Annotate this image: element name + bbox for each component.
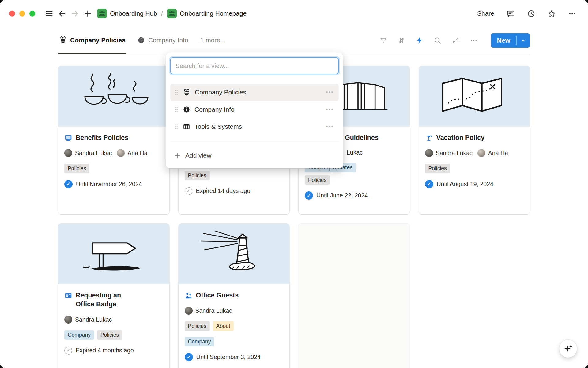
drag-handle-icon[interactable] bbox=[174, 123, 179, 130]
person-name: Sandra Lukac bbox=[75, 316, 112, 323]
card-status: ✓ Until August 19, 2024 bbox=[425, 180, 493, 188]
card-title: Guidelines bbox=[345, 133, 379, 142]
expired-icon: ✓ bbox=[185, 187, 193, 195]
forward-icon[interactable] bbox=[68, 7, 81, 20]
card-benefits-policies[interactable]: Benefits Policies Sandra Lukac Ana Ha Po… bbox=[58, 66, 169, 214]
ai-assistant-button[interactable] bbox=[559, 340, 577, 358]
breadcrumb-root[interactable]: Onboarding Hub bbox=[97, 9, 157, 18]
view-item-menu-icon[interactable]: ••• bbox=[325, 106, 335, 113]
verified-badge-icon: ✓ bbox=[425, 180, 433, 188]
sort-icon[interactable] bbox=[398, 36, 405, 44]
breadcrumb-root-label: Onboarding Hub bbox=[110, 10, 157, 17]
new-button[interactable]: New bbox=[491, 33, 530, 48]
drag-handle-icon[interactable] bbox=[174, 106, 179, 113]
card-title: Vacation Policy bbox=[436, 133, 485, 142]
status-text: Until November 26, 2024 bbox=[76, 181, 142, 188]
tab-company-policies[interactable]: Company Policies bbox=[58, 27, 126, 54]
card-cover-lighthouse bbox=[179, 224, 290, 284]
computer-icon bbox=[64, 134, 72, 142]
close-button[interactable] bbox=[9, 11, 15, 17]
drag-handle-icon[interactable] bbox=[174, 89, 179, 96]
tab-label: Company Info bbox=[148, 36, 188, 44]
tab-company-info[interactable]: Company Info bbox=[137, 27, 189, 54]
star-icon[interactable] bbox=[548, 10, 556, 18]
new-page-icon[interactable] bbox=[81, 7, 94, 20]
info-icon bbox=[138, 36, 145, 44]
filter-icon[interactable] bbox=[379, 36, 387, 44]
card-tags: Company Policies bbox=[64, 330, 122, 340]
card-vacation-policy[interactable]: Vacation Policy Sandra Lukac Ana Ha Poli… bbox=[419, 66, 530, 214]
avatar bbox=[425, 149, 433, 157]
tag: Company bbox=[185, 337, 214, 347]
more-options-icon[interactable] bbox=[568, 10, 576, 18]
tag: Policies bbox=[425, 164, 450, 173]
app-window: Onboarding Hub / Onboarding Homepage Sha… bbox=[0, 0, 588, 368]
avatar bbox=[477, 149, 485, 157]
sidebar-toggle-icon[interactable] bbox=[43, 7, 55, 20]
view-item-company-info[interactable]: Company Info ••• bbox=[170, 101, 339, 118]
window-controls bbox=[9, 11, 35, 17]
view-item-label: Tools & Systems bbox=[194, 123, 320, 130]
view-item-tools-systems[interactable]: Tools & Systems ••• bbox=[170, 118, 339, 135]
history-icon[interactable] bbox=[527, 10, 535, 18]
breadcrumb-current-label: Onboarding Homepage bbox=[180, 10, 247, 17]
card-cover-signpost bbox=[58, 224, 169, 284]
person: Ana Ha bbox=[117, 149, 147, 157]
card-title-row: Vacation Policy bbox=[425, 133, 485, 142]
topbar-actions: Share bbox=[477, 10, 576, 18]
minimize-button[interactable] bbox=[19, 11, 25, 17]
card-status: ✓ Until November 26, 2024 bbox=[64, 180, 142, 188]
expired-icon: ✓ bbox=[64, 347, 72, 355]
search-icon[interactable] bbox=[434, 36, 442, 44]
person: Sandra Lukac bbox=[425, 149, 473, 157]
tag: About bbox=[213, 321, 234, 331]
comment-icon[interactable] bbox=[507, 10, 515, 18]
status-text: Until August 19, 2024 bbox=[437, 181, 493, 188]
share-button[interactable]: Share bbox=[477, 10, 494, 17]
view-more-icon[interactable] bbox=[470, 36, 478, 44]
view-search-input[interactable] bbox=[170, 57, 339, 74]
add-view-button[interactable]: Add view bbox=[170, 147, 339, 164]
card-cover-mugs bbox=[58, 66, 169, 127]
card-status: ✓ Until June 22, 2024 bbox=[305, 191, 368, 200]
card-requesting-office-badge[interactable]: Requesting an Office Badge Sandra Lukac … bbox=[58, 224, 169, 368]
new-gallery-card-button[interactable]: New bbox=[299, 224, 410, 368]
card-people: Sandra Lukac bbox=[64, 316, 169, 324]
expand-icon[interactable] bbox=[452, 36, 460, 44]
card-body: Office Guests Sandra Lukac Policies Abou… bbox=[179, 284, 290, 367]
tag: Policies bbox=[64, 164, 89, 173]
people-icon bbox=[185, 292, 193, 300]
card-tags: Policies bbox=[185, 171, 210, 180]
card-office-guests[interactable]: Office Guests Sandra Lukac Policies Abou… bbox=[179, 224, 290, 368]
new-button-label[interactable]: New bbox=[491, 33, 516, 48]
tabs-overflow[interactable]: 1 more... bbox=[199, 27, 227, 54]
popup-divider bbox=[170, 141, 339, 141]
tag: Policies bbox=[97, 330, 122, 340]
card-title-row: Requesting an Office Badge bbox=[64, 291, 128, 309]
view-item-menu-icon[interactable]: ••• bbox=[325, 123, 335, 130]
view-switcher-popup: Company Policies ••• Company Info ••• bbox=[166, 52, 343, 168]
bee-icon bbox=[183, 89, 190, 96]
avatar bbox=[185, 307, 193, 315]
zoom-button[interactable] bbox=[29, 11, 35, 17]
person: Sandra Lukac bbox=[185, 307, 232, 315]
card-title-row: Benefits Policies bbox=[64, 133, 128, 142]
card-people: Sandra Lukac bbox=[185, 307, 290, 315]
card-tags: Policies bbox=[64, 164, 89, 173]
tag: Policies bbox=[185, 321, 210, 331]
verified-badge-icon: ✓ bbox=[185, 353, 193, 361]
chevron-down-icon[interactable] bbox=[517, 33, 530, 48]
card-tags: Policies About Company bbox=[185, 321, 270, 346]
person: Sandra Lukac bbox=[64, 149, 112, 157]
person: Sandra Lukac bbox=[64, 316, 112, 324]
status-text: Until September 3, 2024 bbox=[196, 354, 261, 361]
view-item-company-policies[interactable]: Company Policies ••• bbox=[170, 84, 339, 101]
avatar bbox=[117, 149, 125, 157]
view-item-menu-icon[interactable]: ••• bbox=[325, 89, 335, 96]
automation-lightning-icon[interactable] bbox=[416, 36, 424, 44]
breadcrumb-current[interactable]: Onboarding Homepage bbox=[167, 9, 247, 18]
back-icon[interactable] bbox=[55, 7, 68, 20]
breadcrumb: Onboarding Hub / Onboarding Homepage bbox=[97, 9, 247, 18]
view-toolbar: Company Policies Company Info 1 more... bbox=[58, 27, 530, 54]
person-name: Sandra Lukac bbox=[436, 150, 473, 157]
